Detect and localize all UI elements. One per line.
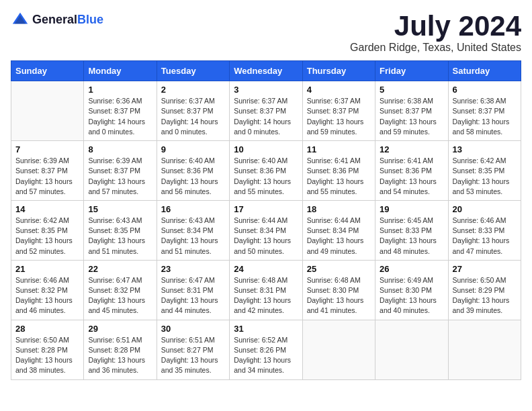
col-saturday: Saturday xyxy=(448,61,521,81)
day-content: Sunrise: 6:40 AM Sunset: 8:36 PM Dayligh… xyxy=(234,156,298,197)
day-content: Sunrise: 6:41 AM Sunset: 8:36 PM Dayligh… xyxy=(380,156,443,197)
calendar-cell: 1Sunrise: 6:36 AM Sunset: 8:37 PM Daylig… xyxy=(84,81,157,141)
col-wednesday: Wednesday xyxy=(230,61,302,81)
day-number: 28 xyxy=(15,324,79,334)
day-content: Sunrise: 6:42 AM Sunset: 8:35 PM Dayligh… xyxy=(453,156,517,197)
col-friday: Friday xyxy=(375,61,448,81)
day-number: 2 xyxy=(161,85,225,95)
day-number: 12 xyxy=(380,144,443,154)
calendar-week-row: 1Sunrise: 6:36 AM Sunset: 8:37 PM Daylig… xyxy=(11,81,521,141)
col-monday: Monday xyxy=(84,61,157,81)
day-content: Sunrise: 6:38 AM Sunset: 8:37 PM Dayligh… xyxy=(453,96,517,137)
day-content: Sunrise: 6:39 AM Sunset: 8:37 PM Dayligh… xyxy=(88,156,152,197)
calendar-cell: 4Sunrise: 6:37 AM Sunset: 8:37 PM Daylig… xyxy=(302,81,375,141)
calendar-cell: 19Sunrise: 6:45 AM Sunset: 8:33 PM Dayli… xyxy=(375,200,448,260)
col-sunday: Sunday xyxy=(11,61,84,81)
day-number: 26 xyxy=(380,264,443,274)
day-content: Sunrise: 6:48 AM Sunset: 8:31 PM Dayligh… xyxy=(234,275,298,316)
day-content: Sunrise: 6:39 AM Sunset: 8:37 PM Dayligh… xyxy=(15,156,79,197)
calendar-week-row: 28Sunrise: 6:50 AM Sunset: 8:28 PM Dayli… xyxy=(11,320,521,379)
calendar-cell: 7Sunrise: 6:39 AM Sunset: 8:37 PM Daylig… xyxy=(11,141,84,201)
day-content: Sunrise: 6:40 AM Sunset: 8:36 PM Dayligh… xyxy=(161,156,225,197)
day-number: 20 xyxy=(453,204,517,214)
title-section: July 2024 Garden Ridge, Texas, United St… xyxy=(350,11,521,54)
calendar-cell: 31Sunrise: 6:52 AM Sunset: 8:26 PM Dayli… xyxy=(230,320,302,379)
calendar-cell: 23Sunrise: 6:47 AM Sunset: 8:31 PM Dayli… xyxy=(157,260,229,320)
calendar-cell: 2Sunrise: 6:37 AM Sunset: 8:37 PM Daylig… xyxy=(157,81,229,141)
day-content: Sunrise: 6:52 AM Sunset: 8:26 PM Dayligh… xyxy=(234,335,298,376)
day-number: 25 xyxy=(307,264,371,274)
calendar-cell: 29Sunrise: 6:51 AM Sunset: 8:28 PM Dayli… xyxy=(84,320,157,379)
calendar-cell: 5Sunrise: 6:38 AM Sunset: 8:37 PM Daylig… xyxy=(375,81,448,141)
day-content: Sunrise: 6:44 AM Sunset: 8:34 PM Dayligh… xyxy=(234,216,298,257)
day-content: Sunrise: 6:41 AM Sunset: 8:36 PM Dayligh… xyxy=(307,156,371,197)
day-number: 17 xyxy=(234,204,298,214)
day-number: 6 xyxy=(453,85,517,95)
calendar-cell: 16Sunrise: 6:43 AM Sunset: 8:34 PM Dayli… xyxy=(157,200,229,260)
day-content: Sunrise: 6:44 AM Sunset: 8:34 PM Dayligh… xyxy=(307,216,371,257)
day-content: Sunrise: 6:49 AM Sunset: 8:30 PM Dayligh… xyxy=(380,275,443,316)
day-content: Sunrise: 6:36 AM Sunset: 8:37 PM Dayligh… xyxy=(88,96,152,137)
calendar-cell xyxy=(448,320,521,379)
day-number: 23 xyxy=(161,264,225,274)
day-content: Sunrise: 6:42 AM Sunset: 8:35 PM Dayligh… xyxy=(15,216,79,257)
calendar-cell: 20Sunrise: 6:46 AM Sunset: 8:33 PM Dayli… xyxy=(448,200,521,260)
col-tuesday: Tuesday xyxy=(157,61,229,81)
calendar-cell: 22Sunrise: 6:47 AM Sunset: 8:32 PM Dayli… xyxy=(84,260,157,320)
day-content: Sunrise: 6:47 AM Sunset: 8:32 PM Dayligh… xyxy=(88,275,152,316)
calendar-cell: 14Sunrise: 6:42 AM Sunset: 8:35 PM Dayli… xyxy=(11,200,84,260)
day-content: Sunrise: 6:47 AM Sunset: 8:31 PM Dayligh… xyxy=(161,275,225,316)
calendar-cell: 25Sunrise: 6:48 AM Sunset: 8:30 PM Dayli… xyxy=(302,260,375,320)
day-number: 10 xyxy=(234,144,298,154)
day-number: 18 xyxy=(307,204,371,214)
calendar-cell: 12Sunrise: 6:41 AM Sunset: 8:36 PM Dayli… xyxy=(375,141,448,201)
calendar-cell: 24Sunrise: 6:48 AM Sunset: 8:31 PM Dayli… xyxy=(230,260,302,320)
calendar-cell: 18Sunrise: 6:44 AM Sunset: 8:34 PM Dayli… xyxy=(302,200,375,260)
calendar-week-row: 7Sunrise: 6:39 AM Sunset: 8:37 PM Daylig… xyxy=(11,141,521,201)
day-number: 29 xyxy=(88,324,152,334)
calendar-cell: 13Sunrise: 6:42 AM Sunset: 8:35 PM Dayli… xyxy=(448,141,521,201)
day-number: 31 xyxy=(234,324,298,334)
calendar-cell: 28Sunrise: 6:50 AM Sunset: 8:28 PM Dayli… xyxy=(11,320,84,379)
calendar-week-row: 21Sunrise: 6:46 AM Sunset: 8:32 PM Dayli… xyxy=(11,260,521,320)
calendar-cell: 11Sunrise: 6:41 AM Sunset: 8:36 PM Dayli… xyxy=(302,141,375,201)
day-number: 11 xyxy=(307,144,371,154)
calendar-cell: 26Sunrise: 6:49 AM Sunset: 8:30 PM Dayli… xyxy=(375,260,448,320)
calendar-cell: 9Sunrise: 6:40 AM Sunset: 8:36 PM Daylig… xyxy=(157,141,229,201)
subtitle: Garden Ridge, Texas, United States xyxy=(350,42,521,54)
day-number: 3 xyxy=(234,85,298,95)
calendar-cell: 27Sunrise: 6:50 AM Sunset: 8:29 PM Dayli… xyxy=(448,260,521,320)
day-number: 7 xyxy=(15,144,79,154)
page-container: GeneralBlue July 2024 Garden Ridge, Texa… xyxy=(11,11,521,380)
logo-icon xyxy=(11,11,30,30)
calendar-table: Sunday Monday Tuesday Wednesday Thursday… xyxy=(11,60,521,379)
day-number: 19 xyxy=(380,204,443,214)
day-number: 24 xyxy=(234,264,298,274)
day-number: 13 xyxy=(453,144,517,154)
day-number: 5 xyxy=(380,85,443,95)
calendar-cell: 15Sunrise: 6:43 AM Sunset: 8:35 PM Dayli… xyxy=(84,200,157,260)
day-number: 27 xyxy=(453,264,517,274)
calendar-cell: 3Sunrise: 6:37 AM Sunset: 8:37 PM Daylig… xyxy=(230,81,302,141)
calendar-cell: 10Sunrise: 6:40 AM Sunset: 8:36 PM Dayli… xyxy=(230,141,302,201)
day-content: Sunrise: 6:37 AM Sunset: 8:37 PM Dayligh… xyxy=(234,96,298,137)
day-content: Sunrise: 6:45 AM Sunset: 8:33 PM Dayligh… xyxy=(380,216,443,257)
calendar-cell: 17Sunrise: 6:44 AM Sunset: 8:34 PM Dayli… xyxy=(230,200,302,260)
main-title: July 2024 xyxy=(350,11,521,42)
day-content: Sunrise: 6:50 AM Sunset: 8:28 PM Dayligh… xyxy=(15,335,79,376)
calendar-cell xyxy=(11,81,84,141)
day-content: Sunrise: 6:48 AM Sunset: 8:30 PM Dayligh… xyxy=(307,275,371,316)
calendar-cell: 6Sunrise: 6:38 AM Sunset: 8:37 PM Daylig… xyxy=(448,81,521,141)
logo-general: GeneralBlue xyxy=(32,13,103,27)
calendar-cell: 21Sunrise: 6:46 AM Sunset: 8:32 PM Dayli… xyxy=(11,260,84,320)
day-content: Sunrise: 6:43 AM Sunset: 8:34 PM Dayligh… xyxy=(161,216,225,257)
day-number: 1 xyxy=(88,85,152,95)
day-content: Sunrise: 6:46 AM Sunset: 8:32 PM Dayligh… xyxy=(15,275,79,316)
day-content: Sunrise: 6:51 AM Sunset: 8:27 PM Dayligh… xyxy=(161,335,225,376)
day-number: 22 xyxy=(88,264,152,274)
day-number: 4 xyxy=(307,85,371,95)
day-number: 15 xyxy=(88,204,152,214)
day-content: Sunrise: 6:43 AM Sunset: 8:35 PM Dayligh… xyxy=(88,216,152,257)
calendar-header-row: Sunday Monday Tuesday Wednesday Thursday… xyxy=(11,61,521,81)
day-content: Sunrise: 6:46 AM Sunset: 8:33 PM Dayligh… xyxy=(453,216,517,257)
